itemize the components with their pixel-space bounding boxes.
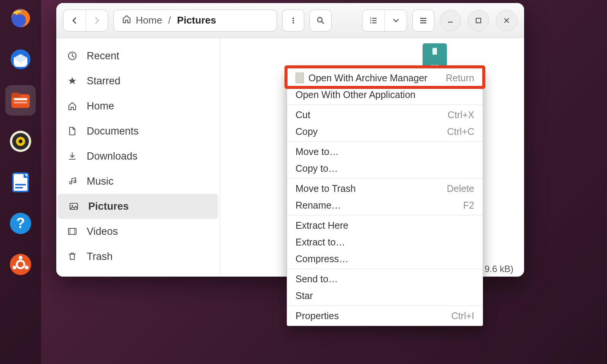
- context-menu-item-rename[interactable]: Rename…F2: [287, 197, 483, 214]
- sidebar-item-label: Home: [87, 100, 114, 112]
- maximize-icon: [475, 17, 482, 24]
- context-menu-item-accel: Delete: [447, 183, 474, 194]
- svg-rect-32: [420, 20, 426, 21]
- list-icon: [369, 16, 378, 25]
- breadcrumb-current[interactable]: Pictures: [177, 14, 216, 26]
- back-button[interactable]: [64, 10, 86, 31]
- svg-point-21: [292, 20, 294, 21]
- context-menu-item-label: Copy to…: [296, 163, 474, 174]
- chevron-left-icon: [73, 18, 76, 23]
- close-button[interactable]: [496, 10, 517, 31]
- context-menu-item-label: Copy: [296, 126, 447, 137]
- dock-firefox[interactable]: [5, 3, 36, 33]
- status-text: 9.6 kB): [485, 264, 513, 274]
- sidebar-item-downloads[interactable]: Downloads: [56, 144, 219, 169]
- context-menu-item-label: Compress…: [296, 253, 474, 264]
- svg-rect-41: [75, 228, 76, 234]
- context-menu-item-label: Move to…: [296, 146, 474, 157]
- trash-icon: [66, 252, 78, 261]
- context-menu-item-label: Rename…: [296, 200, 463, 211]
- sidebar-item-home[interactable]: Home: [56, 93, 219, 119]
- videos-icon: [66, 226, 78, 236]
- chevron-right-icon: [96, 18, 99, 23]
- dock-thunderbird[interactable]: [5, 44, 36, 74]
- sidebar-item-pictures[interactable]: Pictures: [58, 194, 218, 219]
- sidebar-item-label: Recent: [87, 50, 119, 62]
- hamburger-icon: [419, 16, 427, 25]
- svg-point-27: [370, 20, 371, 21]
- context-menu-item-open-with-archive-manager[interactable]: Open With Archive ManagerReturn: [287, 70, 483, 86]
- chevron-down-icon: [392, 17, 399, 24]
- context-menu-item-properties[interactable]: PropertiesCtrl+I: [287, 307, 483, 324]
- view-list-button[interactable]: [362, 10, 385, 31]
- context-menu-item-label: Extract Here: [296, 220, 474, 231]
- archive-icon: [296, 73, 304, 83]
- context-menu-item-move-to-trash[interactable]: Move to TrashDelete: [287, 180, 483, 197]
- breadcrumb[interactable]: Home / Pictures: [113, 9, 277, 32]
- svg-rect-39: [68, 228, 76, 234]
- context-menu-separator: [287, 104, 483, 105]
- sidebar-item-starred[interactable]: Starred: [56, 68, 219, 93]
- sidebar-item-label: Downloads: [87, 150, 138, 162]
- context-menu-item-cut[interactable]: CutCtrl+X: [287, 106, 483, 123]
- music-icon: [66, 176, 78, 186]
- context-menu-item-label: Open With Other Application: [296, 89, 474, 100]
- svg-point-38: [72, 205, 73, 206]
- svg-rect-35: [476, 18, 481, 23]
- dock: ?: [0, 0, 41, 364]
- dock-help[interactable]: ?: [5, 208, 36, 239]
- context-menu-item-compress[interactable]: Compress…: [287, 250, 483, 267]
- context-menu-item-copy-to[interactable]: Copy to…: [287, 160, 483, 177]
- clock-icon: [66, 51, 78, 61]
- svg-rect-30: [372, 22, 377, 23]
- minimize-button[interactable]: [440, 10, 461, 31]
- svg-point-22: [292, 22, 294, 24]
- forward-button[interactable]: [86, 10, 108, 31]
- context-menu-item-move-to[interactable]: Move to…: [287, 143, 483, 160]
- context-menu-item-label: Send to…: [296, 274, 474, 285]
- svg-rect-11: [15, 184, 26, 185]
- search-button[interactable]: [310, 9, 332, 32]
- breadcrumb-home[interactable]: Home: [136, 14, 162, 26]
- svg-rect-28: [372, 20, 377, 21]
- sidebar-item-label: Music: [87, 176, 114, 187]
- svg-point-25: [370, 17, 371, 19]
- svg-line-24: [322, 22, 324, 24]
- dock-files[interactable]: [5, 85, 36, 116]
- dock-rhythmbox[interactable]: [5, 126, 36, 157]
- dock-ubuntu-software[interactable]: [5, 249, 36, 280]
- context-menu-item-open-with-other-application[interactable]: Open With Other Application: [287, 86, 483, 103]
- sidebar-item-label: Starred: [87, 75, 121, 87]
- svg-rect-12: [15, 187, 23, 188]
- sidebar-item-music[interactable]: Music: [56, 169, 219, 194]
- dock-libreoffice-writer[interactable]: [5, 167, 36, 198]
- context-menu-item-label: Star: [296, 290, 474, 301]
- context-menu-item-extract-to[interactable]: Extract to…: [287, 234, 483, 250]
- minimize-icon: [447, 17, 454, 24]
- sidebar: Recent Starred Home Documents Downloads …: [56, 38, 220, 277]
- sidebar-item-trash[interactable]: Trash: [56, 244, 219, 269]
- hamburger-menu-button[interactable]: [412, 9, 434, 32]
- view-dropdown-button[interactable]: [385, 10, 407, 31]
- context-menu-separator: [287, 141, 483, 142]
- sidebar-item-documents[interactable]: Documents: [56, 119, 219, 144]
- svg-rect-34: [448, 22, 453, 22]
- context-menu-item-send-to[interactable]: Send to…: [287, 271, 483, 287]
- sidebar-item-videos[interactable]: Videos: [56, 219, 219, 244]
- context-menu-item-extract-here[interactable]: Extract Here: [287, 217, 483, 234]
- context-menu-separator: [287, 269, 483, 269]
- context-menu-item-star[interactable]: Star: [287, 287, 483, 304]
- view-switcher: [362, 9, 407, 32]
- svg-point-18: [25, 266, 29, 269]
- context-menu-item-accel: Ctrl+X: [448, 109, 474, 120]
- svg-point-17: [13, 266, 16, 269]
- context-menu-separator: [287, 305, 483, 306]
- location-options-button[interactable]: [282, 9, 304, 32]
- sidebar-item-recent[interactable]: Recent: [56, 43, 219, 68]
- window-controls: [440, 10, 517, 31]
- context-menu-item-accel: Ctrl+I: [451, 310, 474, 321]
- context-menu-item-copy[interactable]: CopyCtrl+C: [287, 123, 483, 140]
- context-menu-item-accel: Return: [446, 73, 474, 84]
- maximize-button[interactable]: [468, 10, 489, 31]
- svg-rect-26: [372, 18, 377, 19]
